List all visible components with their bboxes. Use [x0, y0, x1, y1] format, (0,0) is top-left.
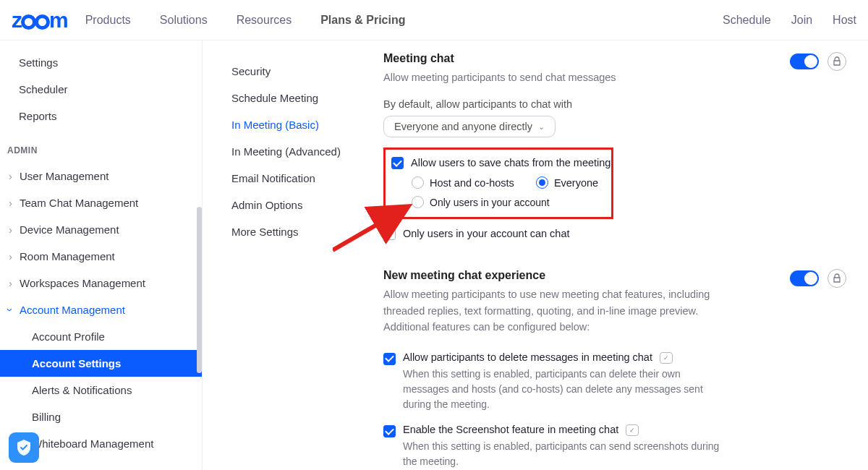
callout-save-chats: Allow users to save chats from the meeti… [383, 148, 613, 219]
toggle-new-chat-experience[interactable] [790, 270, 819, 286]
sidebar-group-account-management[interactable]: › Account Management [0, 296, 202, 323]
chevron-right-icon: › [9, 277, 12, 289]
info-icon[interactable]: ✓ [660, 352, 673, 364]
radio-host-cohosts[interactable] [412, 176, 424, 189]
sidebar-heading-admin: ADMIN [0, 129, 202, 163]
zoom-logo[interactable]: zm [12, 8, 68, 33]
lock-icon [833, 273, 841, 283]
nav-resources[interactable]: Resources [237, 14, 292, 27]
settings-content: Meeting chat Allow meeting participants … [383, 40, 868, 470]
lock-button[interactable] [827, 269, 846, 288]
section-new-chat-experience: New meeting chat experience Allow meetin… [383, 269, 846, 470]
chevron-down-icon: ⌄ [538, 122, 545, 132]
sidebar-group-label: User Management [20, 170, 109, 182]
meeting-chat-scope-label: By default, allow participants to chat w… [383, 98, 723, 110]
sidebar-group-room[interactable]: › Room Management [0, 243, 202, 270]
sidebar-group-device[interactable]: › Device Management [0, 216, 202, 243]
nav-schedule[interactable]: Schedule [723, 14, 771, 27]
section-meeting-chat: Meeting chat Allow meeting participants … [383, 52, 846, 240]
sidebar-group-user-management[interactable]: › User Management [0, 163, 202, 189]
settings-tab-schedule[interactable]: Schedule Meeting [231, 85, 369, 111]
sidebar-group-label: Room Management [20, 250, 115, 262]
chevron-right-icon: › [9, 197, 12, 209]
sidebar-group-label: Account Management [20, 304, 125, 316]
chevron-down-icon: › [4, 308, 17, 312]
settings-tab-email[interactable]: Email Notification [231, 165, 369, 192]
sidebar-sub-account-profile[interactable]: Account Profile [0, 323, 202, 350]
meeting-chat-title: Meeting chat [383, 52, 723, 65]
nav-plans[interactable]: Plans & Pricing [320, 14, 405, 27]
checkbox-delete-messages[interactable] [383, 353, 396, 365]
top-nav: zm Products Solutions Resources Plans & … [0, 0, 868, 40]
sidebar-item-scheduler[interactable]: Scheduler [0, 76, 202, 103]
checkbox-only-account-chat[interactable] [383, 228, 396, 240]
sidebar-item-settings[interactable]: Settings [0, 49, 202, 76]
toggle-meeting-chat[interactable] [790, 54, 819, 69]
meeting-chat-scope-select[interactable]: Everyone and anyone directly ⌄ [383, 116, 556, 137]
nav-products[interactable]: Products [85, 14, 131, 27]
sidebar-group-workspaces[interactable]: › Workspaces Management [0, 270, 202, 296]
sidebar-sub-account-settings[interactable]: Account Settings [0, 350, 202, 377]
chevron-right-icon: › [9, 223, 12, 236]
new-chat-title: New meeting chat experience [383, 269, 723, 282]
new-chat-desc: Allow meeting participants to use new me… [383, 286, 723, 335]
sidebar-sub-billing[interactable]: Billing [0, 403, 202, 430]
checkbox-screenshot[interactable] [383, 425, 396, 437]
settings-tab-in-meeting-basic[interactable]: In Meeting (Basic) [231, 111, 369, 138]
nav-primary: Products Solutions Resources Plans & Pri… [85, 14, 406, 27]
only-account-chat-label: Only users in your account can chat [403, 228, 570, 239]
nav-solutions[interactable]: Solutions [160, 14, 208, 27]
settings-tab-security[interactable]: Security [231, 58, 369, 85]
sidebar-sub-alerts[interactable]: Alerts & Notifications [0, 377, 202, 403]
settings-nav: Security Schedule Meeting In Meeting (Ba… [203, 40, 383, 470]
sidebar-item-reports[interactable]: Reports [0, 103, 202, 129]
shield-icon [16, 439, 32, 456]
settings-tab-more[interactable]: More Settings [231, 218, 369, 245]
screenshot-label: Enable the Screenshot feature in meeting… [403, 424, 618, 435]
delete-messages-desc: When this setting is enabled, participan… [403, 367, 723, 412]
floating-shield-badge[interactable] [9, 432, 39, 463]
nav-host[interactable]: Host [833, 14, 856, 27]
delete-messages-label: Allow participants to delete messages in… [403, 351, 652, 363]
sidebar-group-label: Team Chat Management [20, 197, 138, 209]
lock-icon [833, 56, 841, 67]
radio-label-only-account: Only users in your account [430, 197, 550, 208]
left-sidebar: Settings Scheduler Reports ADMIN › User … [0, 40, 203, 470]
allow-save-chats-label: Allow users to save chats from the meeti… [411, 157, 610, 168]
radio-only-account[interactable] [412, 196, 424, 208]
settings-tab-admin-options[interactable]: Admin Options [231, 192, 369, 218]
lock-button[interactable] [827, 52, 846, 71]
settings-tab-in-meeting-advanced[interactable]: In Meeting (Advanced) [231, 138, 369, 165]
radio-label-host: Host and co-hosts [430, 177, 514, 189]
chevron-right-icon: › [9, 250, 12, 262]
nav-join[interactable]: Join [791, 14, 812, 27]
checkbox-allow-save-chats[interactable] [391, 157, 404, 169]
radio-everyone[interactable] [536, 176, 548, 189]
info-icon[interactable]: ✓ [626, 424, 639, 436]
nav-right: Schedule Join Host [723, 14, 856, 27]
meeting-chat-desc: Allow meeting participants to send chat … [383, 69, 723, 85]
sidebar-group-team-chat[interactable]: › Team Chat Management [0, 189, 202, 216]
chevron-right-icon: › [9, 170, 12, 182]
sidebar-scrollbar[interactable] [197, 207, 202, 373]
sidebar-group-label: Device Management [20, 223, 119, 236]
sidebar-group-label: Workspaces Management [20, 277, 145, 289]
screenshot-desc: When this setting is enabled, participan… [403, 439, 723, 469]
radio-label-everyone: Everyone [554, 177, 598, 189]
select-value: Everyone and anyone directly [394, 121, 532, 132]
